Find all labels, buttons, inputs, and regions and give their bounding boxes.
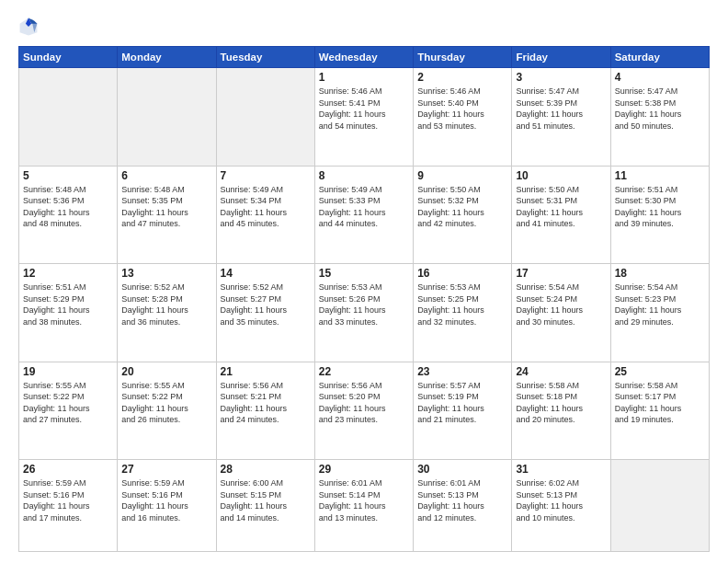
- day-info: Sunrise: 5:48 AM Sunset: 5:36 PM Dayligh…: [23, 184, 113, 230]
- calendar-week-5: 26Sunrise: 5:59 AM Sunset: 5:16 PM Dayli…: [19, 460, 710, 552]
- calendar-cell: 15Sunrise: 5:53 AM Sunset: 5:26 PM Dayli…: [314, 264, 413, 362]
- calendar-week-3: 12Sunrise: 5:51 AM Sunset: 5:29 PM Dayli…: [19, 264, 710, 362]
- calendar-cell: 25Sunrise: 5:58 AM Sunset: 5:17 PM Dayli…: [610, 362, 709, 460]
- calendar-cell: 23Sunrise: 5:57 AM Sunset: 5:19 PM Dayli…: [414, 362, 512, 460]
- weekday-header-thursday: Thursday: [414, 47, 512, 68]
- calendar-cell: 2Sunrise: 5:46 AM Sunset: 5:40 PM Daylig…: [414, 68, 512, 167]
- calendar-cell: 10Sunrise: 5:50 AM Sunset: 5:31 PM Dayli…: [512, 166, 610, 264]
- calendar-cell: [19, 68, 118, 167]
- day-number: 2: [417, 71, 507, 84]
- calendar-cell: 13Sunrise: 5:52 AM Sunset: 5:28 PM Dayli…: [118, 264, 216, 362]
- day-number: 17: [516, 267, 606, 280]
- calendar-cell: 1Sunrise: 5:46 AM Sunset: 5:41 PM Daylig…: [314, 68, 413, 167]
- day-info: Sunrise: 5:49 AM Sunset: 5:33 PM Dayligh…: [319, 184, 409, 230]
- day-number: 5: [23, 169, 113, 182]
- calendar-week-4: 19Sunrise: 5:55 AM Sunset: 5:22 PM Dayli…: [19, 362, 710, 460]
- calendar-cell: 3Sunrise: 5:47 AM Sunset: 5:39 PM Daylig…: [512, 68, 610, 167]
- weekday-header-wednesday: Wednesday: [314, 47, 413, 68]
- weekday-header-monday: Monday: [118, 47, 216, 68]
- logo: [18, 17, 42, 37]
- day-info: Sunrise: 5:46 AM Sunset: 5:41 PM Dayligh…: [319, 86, 409, 132]
- day-number: 25: [615, 365, 705, 378]
- day-info: Sunrise: 5:52 AM Sunset: 5:28 PM Dayligh…: [121, 282, 211, 327]
- day-number: 30: [417, 463, 507, 476]
- day-number: 28: [221, 463, 311, 476]
- calendar-week-1: 1Sunrise: 5:46 AM Sunset: 5:41 PM Daylig…: [19, 68, 710, 167]
- day-info: Sunrise: 5:53 AM Sunset: 5:26 PM Dayligh…: [319, 282, 409, 327]
- day-number: 15: [319, 267, 409, 280]
- day-info: Sunrise: 5:51 AM Sunset: 5:29 PM Dayligh…: [23, 282, 113, 327]
- calendar-cell: 11Sunrise: 5:51 AM Sunset: 5:30 PM Dayli…: [610, 166, 709, 264]
- day-number: 18: [615, 267, 705, 280]
- day-number: 23: [417, 365, 507, 378]
- calendar-cell: [216, 68, 314, 167]
- calendar-cell: [610, 460, 709, 552]
- calendar-cell: 28Sunrise: 6:00 AM Sunset: 5:15 PM Dayli…: [216, 460, 314, 552]
- calendar-cell: 5Sunrise: 5:48 AM Sunset: 5:36 PM Daylig…: [19, 166, 118, 264]
- calendar-cell: [118, 68, 216, 167]
- header: [18, 17, 710, 37]
- day-info: Sunrise: 6:00 AM Sunset: 5:15 PM Dayligh…: [221, 477, 311, 523]
- calendar-cell: 21Sunrise: 5:56 AM Sunset: 5:21 PM Dayli…: [216, 362, 314, 460]
- day-number: 16: [417, 267, 507, 280]
- day-number: 13: [121, 267, 211, 280]
- day-info: Sunrise: 5:47 AM Sunset: 5:38 PM Dayligh…: [615, 86, 705, 132]
- day-number: 31: [516, 463, 606, 476]
- day-number: 19: [23, 365, 113, 378]
- calendar-cell: 18Sunrise: 5:54 AM Sunset: 5:23 PM Dayli…: [610, 264, 709, 362]
- day-number: 24: [516, 365, 606, 378]
- calendar-cell: 27Sunrise: 5:59 AM Sunset: 5:16 PM Dayli…: [118, 460, 216, 552]
- day-number: 9: [417, 169, 507, 182]
- day-number: 11: [615, 169, 705, 182]
- day-info: Sunrise: 5:50 AM Sunset: 5:31 PM Dayligh…: [516, 184, 606, 230]
- calendar-cell: 8Sunrise: 5:49 AM Sunset: 5:33 PM Daylig…: [314, 166, 413, 264]
- day-info: Sunrise: 5:52 AM Sunset: 5:27 PM Dayligh…: [221, 282, 311, 327]
- day-info: Sunrise: 5:55 AM Sunset: 5:22 PM Dayligh…: [23, 380, 113, 426]
- day-info: Sunrise: 6:01 AM Sunset: 5:14 PM Dayligh…: [319, 477, 409, 523]
- day-info: Sunrise: 5:58 AM Sunset: 5:18 PM Dayligh…: [516, 380, 606, 426]
- calendar-cell: 26Sunrise: 5:59 AM Sunset: 5:16 PM Dayli…: [19, 460, 118, 552]
- day-info: Sunrise: 6:02 AM Sunset: 5:13 PM Dayligh…: [516, 477, 606, 523]
- calendar-cell: 12Sunrise: 5:51 AM Sunset: 5:29 PM Dayli…: [19, 264, 118, 362]
- day-info: Sunrise: 5:51 AM Sunset: 5:30 PM Dayligh…: [615, 184, 705, 230]
- calendar-cell: 20Sunrise: 5:55 AM Sunset: 5:22 PM Dayli…: [118, 362, 216, 460]
- day-info: Sunrise: 5:57 AM Sunset: 5:19 PM Dayligh…: [417, 380, 507, 426]
- day-info: Sunrise: 5:58 AM Sunset: 5:17 PM Dayligh…: [615, 380, 705, 426]
- day-number: 20: [121, 365, 211, 378]
- day-info: Sunrise: 5:54 AM Sunset: 5:23 PM Dayligh…: [615, 282, 705, 327]
- calendar-cell: 29Sunrise: 6:01 AM Sunset: 5:14 PM Dayli…: [314, 460, 413, 552]
- day-number: 26: [23, 463, 113, 476]
- day-info: Sunrise: 5:56 AM Sunset: 5:20 PM Dayligh…: [319, 380, 409, 426]
- day-info: Sunrise: 5:56 AM Sunset: 5:21 PM Dayligh…: [221, 380, 311, 426]
- calendar-table: SundayMondayTuesdayWednesdayThursdayFrid…: [18, 46, 710, 552]
- day-info: Sunrise: 5:49 AM Sunset: 5:34 PM Dayligh…: [221, 184, 311, 230]
- day-number: 7: [221, 169, 311, 182]
- day-number: 6: [121, 169, 211, 182]
- calendar-cell: 19Sunrise: 5:55 AM Sunset: 5:22 PM Dayli…: [19, 362, 118, 460]
- day-number: 12: [23, 267, 113, 280]
- day-number: 10: [516, 169, 606, 182]
- calendar-cell: 4Sunrise: 5:47 AM Sunset: 5:38 PM Daylig…: [610, 68, 709, 167]
- day-info: Sunrise: 5:54 AM Sunset: 5:24 PM Dayligh…: [516, 282, 606, 327]
- calendar-cell: 30Sunrise: 6:01 AM Sunset: 5:13 PM Dayli…: [414, 460, 512, 552]
- weekday-header-saturday: Saturday: [610, 47, 709, 68]
- calendar-cell: 24Sunrise: 5:58 AM Sunset: 5:18 PM Dayli…: [512, 362, 610, 460]
- page: SundayMondayTuesdayWednesdayThursdayFrid…: [0, 0, 728, 563]
- day-number: 3: [516, 71, 606, 84]
- calendar-cell: 9Sunrise: 5:50 AM Sunset: 5:32 PM Daylig…: [414, 166, 512, 264]
- weekday-header-tuesday: Tuesday: [216, 47, 314, 68]
- day-number: 22: [319, 365, 409, 378]
- day-number: 27: [121, 463, 211, 476]
- calendar-cell: 17Sunrise: 5:54 AM Sunset: 5:24 PM Dayli…: [512, 264, 610, 362]
- day-info: Sunrise: 5:48 AM Sunset: 5:35 PM Dayligh…: [121, 184, 211, 230]
- day-info: Sunrise: 5:50 AM Sunset: 5:32 PM Dayligh…: [417, 184, 507, 230]
- weekday-header-row: SundayMondayTuesdayWednesdayThursdayFrid…: [19, 47, 710, 68]
- day-info: Sunrise: 5:53 AM Sunset: 5:25 PM Dayligh…: [417, 282, 507, 327]
- day-info: Sunrise: 5:59 AM Sunset: 5:16 PM Dayligh…: [23, 477, 113, 523]
- calendar-cell: 7Sunrise: 5:49 AM Sunset: 5:34 PM Daylig…: [216, 166, 314, 264]
- calendar-cell: 16Sunrise: 5:53 AM Sunset: 5:25 PM Dayli…: [414, 264, 512, 362]
- calendar-cell: 31Sunrise: 6:02 AM Sunset: 5:13 PM Dayli…: [512, 460, 610, 552]
- day-info: Sunrise: 5:59 AM Sunset: 5:16 PM Dayligh…: [121, 477, 211, 523]
- day-number: 21: [221, 365, 311, 378]
- weekday-header-sunday: Sunday: [19, 47, 118, 68]
